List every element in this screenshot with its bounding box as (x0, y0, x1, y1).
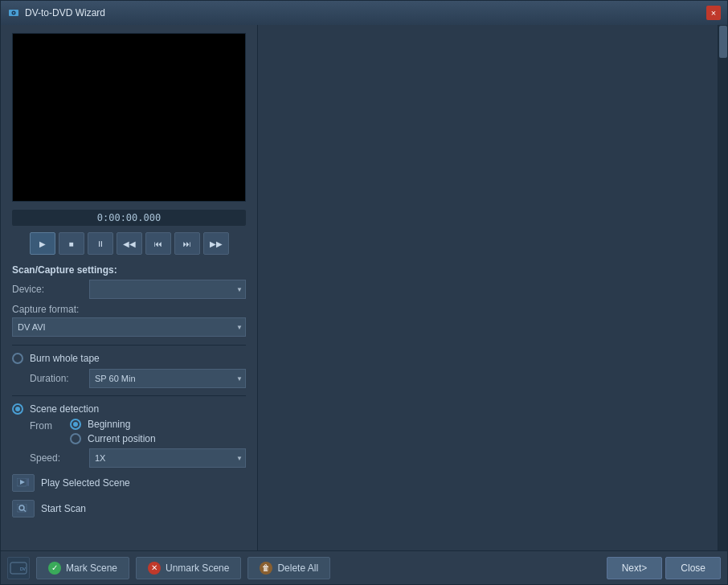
speed-select[interactable]: 1X (89, 448, 246, 468)
beginning-label: Beginning (88, 419, 130, 430)
nav-buttons: Next> Close (607, 557, 721, 579)
main-window: DV-to-DVD Wizard × 0:00:00.000 ▶ ■ ⏸ ◀◀ … (0, 0, 728, 585)
beginning-option: Beginning (70, 419, 156, 430)
start-scan-button[interactable]: Start Scan (1, 496, 257, 522)
rewind-button[interactable]: ◀◀ (117, 232, 142, 255)
close-button[interactable]: × (706, 6, 721, 20)
timecode-display: 0:00:00.000 (12, 210, 246, 226)
mark-scene-label: Mark Scene (66, 562, 117, 574)
divider-1 (12, 345, 246, 346)
next-button[interactable]: ⏭ (174, 232, 200, 255)
app-icon (7, 6, 20, 19)
play-button[interactable]: ▶ (30, 232, 55, 255)
capture-format-wrapper: DV AVI ▼ (12, 317, 246, 337)
play-scene-icon (12, 474, 35, 492)
mark-scene-icon: ✓ (48, 562, 61, 575)
delete-all-icon: 🗑 (260, 562, 272, 575)
duration-row: Duration: SP 60 Min ▼ (1, 366, 257, 391)
device-row: Device: ▼ (1, 277, 257, 301)
bottom-bar: DV ✓ Mark Scene ✕ Unmark Scene 🗑 Delete … (1, 550, 727, 584)
divider-2 (12, 395, 246, 396)
unmark-scene-button[interactable]: ✕ Unmark Scene (136, 557, 241, 579)
play-selected-scene-label: Play Selected Scene (41, 477, 130, 489)
pause-button[interactable]: ⏸ (88, 232, 113, 255)
next-button[interactable]: Next> (607, 557, 663, 579)
scene-detection-label: Scene detection (30, 403, 99, 415)
from-row: From Beginning Current position (1, 417, 257, 446)
scene-detection-row: Scene detection (1, 401, 257, 417)
window-title: DV-to-DVD Wizard (25, 7, 706, 18)
from-label: From (30, 419, 70, 432)
duration-label: Duration: (12, 373, 84, 384)
duration-select-wrapper: SP 60 Min ▼ (89, 369, 246, 388)
svg-rect-10 (12, 565, 18, 571)
right-panel (258, 25, 727, 550)
burn-whole-tape-row: Burn whole tape (1, 350, 257, 366)
unmark-scene-label: Unmark Scene (166, 562, 229, 574)
burn-whole-tape-radio[interactable] (12, 353, 23, 364)
main-content: 0:00:00.000 ▶ ■ ⏸ ◀◀ ⏮ ⏭ ▶▶ Scan/Capture… (1, 25, 727, 550)
right-scrollbar[interactable] (718, 25, 727, 550)
from-options: Beginning Current position (70, 419, 156, 444)
prev-button[interactable]: ⏮ (145, 232, 171, 255)
start-scan-label: Start Scan (41, 503, 86, 514)
delete-all-label: Delete All (277, 562, 318, 574)
stop-button[interactable]: ■ (59, 232, 84, 255)
dv-icon: DV (7, 557, 30, 579)
burn-whole-tape-label: Burn whole tape (30, 353, 100, 364)
capture-format-select[interactable]: DV AVI (12, 317, 246, 337)
svg-rect-5 (27, 478, 29, 486)
scrollbar-thumb (719, 26, 727, 58)
left-panel: 0:00:00.000 ▶ ■ ⏸ ◀◀ ⏮ ⏭ ▶▶ Scan/Capture… (1, 25, 258, 550)
device-select-wrapper: ▼ (89, 280, 246, 299)
play-selected-scene-button[interactable]: Play Selected Scene (1, 470, 257, 496)
svg-text:DV: DV (20, 567, 27, 571)
beginning-radio[interactable] (70, 419, 81, 430)
current-position-radio[interactable] (70, 433, 81, 444)
duration-select[interactable]: SP 60 Min (89, 369, 246, 388)
bottom-left-actions: DV ✓ Mark Scene ✕ Unmark Scene 🗑 Delete … (7, 557, 600, 579)
current-position-label: Current position (88, 433, 156, 444)
scan-settings-label: Scan/Capture settings: (1, 261, 257, 277)
svg-point-2 (13, 12, 14, 14)
title-bar: DV-to-DVD Wizard × (1, 1, 727, 25)
device-label: Device: (12, 284, 84, 295)
capture-format-select-row: DV AVI ▼ (1, 317, 257, 340)
mark-scene-button[interactable]: ✓ Mark Scene (36, 557, 129, 579)
speed-label: Speed: (12, 452, 84, 464)
speed-row: Speed: 1X ▼ (1, 446, 257, 470)
transport-controls: ▶ ■ ⏸ ◀◀ ⏮ ⏭ ▶▶ (12, 232, 246, 255)
forward-button[interactable]: ▶▶ (203, 232, 229, 255)
speed-select-wrapper: 1X ▼ (89, 448, 246, 468)
close-nav-button[interactable]: Close (665, 557, 721, 579)
device-select[interactable] (89, 280, 246, 299)
start-scan-icon (12, 500, 35, 518)
scene-detection-radio[interactable] (12, 403, 23, 415)
capture-format-row: Capture format: (1, 301, 257, 317)
unmark-scene-icon: ✕ (148, 562, 161, 575)
current-position-option: Current position (70, 433, 156, 444)
capture-format-label: Capture format: (12, 304, 84, 315)
video-preview (12, 33, 246, 202)
delete-all-button[interactable]: 🗑 Delete All (247, 557, 330, 579)
